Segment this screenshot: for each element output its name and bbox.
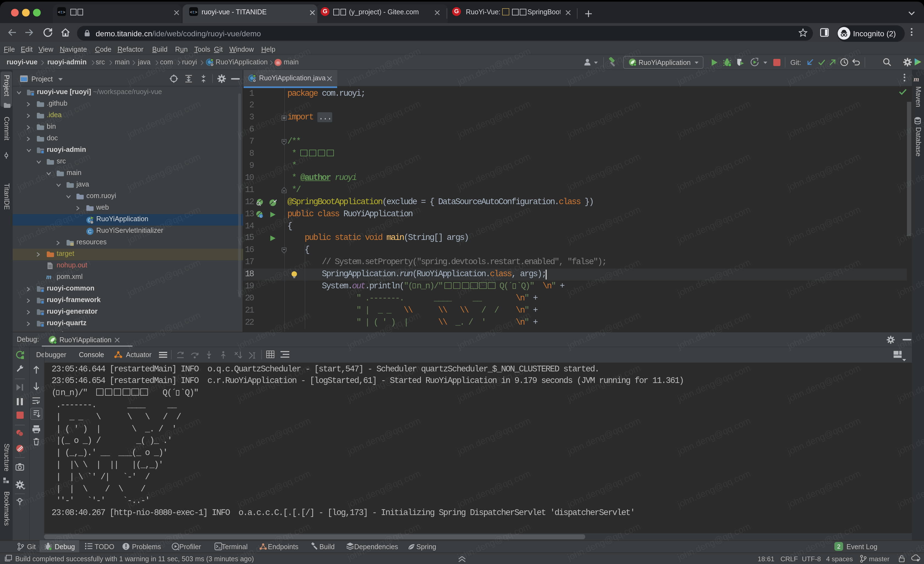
svg-text:c: c	[260, 214, 262, 218]
svg-text:C: C	[88, 229, 92, 234]
svg-text:<t>: <t>	[190, 10, 197, 15]
svg-text:m: m	[276, 60, 279, 66]
svg-text:<t>: <t>	[58, 10, 65, 15]
